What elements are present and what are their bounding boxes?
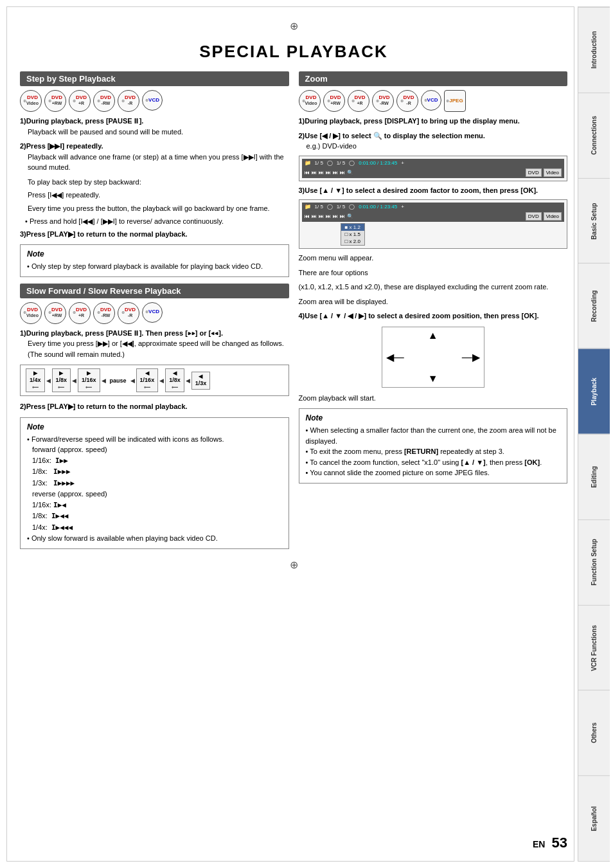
type-video: Video bbox=[544, 168, 562, 177]
arrow-5: ◀ bbox=[158, 377, 165, 384]
left-column: Step by Step Playback ⊕ DVDVideo ⊕ DVD+R… bbox=[20, 71, 289, 556]
note-title-1: Note bbox=[27, 249, 282, 258]
zoom-menu-illustration: 📁 1/ 5 ◯ 1/ 5 ◯ 0:01:00 / 1:23:45 + ⏮⏭⏭⏭… bbox=[299, 199, 568, 249]
zoom-four-options: There are four options bbox=[299, 267, 568, 278]
type-dvd-2: DVD bbox=[526, 212, 542, 221]
zoom-step3-text: 3)Use [▲ / ▼] to select a desired zoom f… bbox=[299, 185, 568, 196]
main-content: ⊕ SPECIAL PLAYBACK Step by Step Playback… bbox=[6, 6, 574, 862]
note-text-3: • When selecting a smaller factor than t… bbox=[306, 425, 561, 478]
zoom-step4-text: 4)Use [▲ / ▼ / ◀ / ▶] to select a desire… bbox=[299, 311, 568, 321]
slow-step1-text: 1)During playback, press [PAUSE⏸]. Then … bbox=[20, 328, 289, 360]
back-step-text: To play back step by step backward: bbox=[20, 177, 289, 188]
arrow-4: ◀ bbox=[129, 377, 136, 384]
note-title-3: Note bbox=[306, 413, 561, 422]
disc-dvd-minus-r-2: ⊕ DVD-R bbox=[118, 302, 139, 324]
display-icon-2: ◯ bbox=[327, 160, 333, 166]
display-counter: 0:01:00 / 1:23:45 bbox=[359, 160, 397, 166]
disc-vcd-2: ⊕ VCD bbox=[142, 302, 163, 323]
disc-dvd-minus-rw: ⊕ DVD-RW bbox=[93, 90, 115, 112]
speed-pause: pause bbox=[107, 377, 129, 384]
disc-dvd-plus-r-2: ⊕ DVD+R bbox=[69, 302, 91, 324]
sidebar-tab-others[interactable]: Others bbox=[578, 690, 610, 775]
zoom-step2-text: 2)Use [◀ / ▶] to select 🔍 to display the… bbox=[299, 131, 568, 152]
zoom-menu-appear: Zoom menu will appear. bbox=[299, 253, 568, 264]
sidebar-tab-connections[interactable]: Connections bbox=[578, 93, 610, 178]
note-text-1: • Only step by step forward playback is … bbox=[27, 261, 282, 272]
zoom-disc-icons: ⊕ DVDVideo ⊕ DVD+RW ⊕ DVD+R ⊕ DVD-RW bbox=[299, 90, 568, 112]
back-step-cmd: Press [I◀◀] repeatedly. bbox=[20, 190, 289, 201]
sidebar-tab-espanol[interactable]: Español bbox=[578, 775, 610, 861]
step1-text: 1)During playback, press [PAUSE⏸]. Playb… bbox=[20, 116, 289, 137]
disc-vcd: ⊕ VCD bbox=[142, 90, 163, 111]
zoom-step1-text: 1)During playback, press [DISPLAY] to br… bbox=[299, 116, 568, 127]
display-controls: ⏮⏭⏭⏭⏭⏭🔍 bbox=[305, 170, 353, 176]
page-number-area: EN 53 bbox=[533, 835, 567, 851]
zoom-position-diagram: ▲ ▼ ◀— —▶ bbox=[382, 327, 484, 388]
disc-dvd-minus-rw-zoom: ⊕ DVD-RW bbox=[372, 90, 394, 112]
zoom-arrow-down: ▼ bbox=[428, 373, 438, 384]
sidebar-tab-editing[interactable]: Editing bbox=[578, 434, 610, 520]
disc-jpeg-zoom: ⊕ JPEG bbox=[444, 90, 466, 112]
zoom-options-container: ■ x 1.2 □ x 1.5 □ x 2.0 bbox=[302, 223, 565, 246]
zoom-option-x15: □ x 1.5 bbox=[341, 231, 364, 238]
speed-diagram: ▶ 1/4x ⟵ ◀ ▶ 1/8x ⟵ ◀ ▶ 1/16x ⟵ bbox=[20, 365, 289, 396]
zoom-arrow-left: ◀— bbox=[386, 351, 404, 363]
note-title-2: Note bbox=[27, 422, 282, 431]
en-label: EN bbox=[533, 839, 545, 849]
sidebar-tab-vcr-functions[interactable]: VCR Functions bbox=[578, 605, 610, 691]
slow-playback-note: Note • Forward/reverse speed will be ind… bbox=[20, 417, 289, 549]
zoom-arrow-right: —▶ bbox=[462, 351, 480, 363]
display-bar-illustration: 📁 1/ 5 ◯ 1/ 5 ◯ 0:01:00 / 1:23:45 + ⏮⏭⏭⏭… bbox=[299, 156, 568, 181]
arrow-1: ◀ bbox=[45, 377, 52, 384]
zoom-option-x12: ■ x 1.2 bbox=[341, 224, 364, 231]
disc-vcd-zoom: ⊕ VCD bbox=[421, 90, 441, 111]
disc-dvd-plus-rw: ⊕ DVD+RW bbox=[44, 90, 66, 112]
speed-1-16x: ▶ 1/16x ⟵ bbox=[78, 368, 100, 392]
zoom-note: Note • When selecting a smaller factor t… bbox=[299, 408, 568, 484]
disc-dvd-minus-rw-2: ⊕ DVD-RW bbox=[93, 302, 115, 324]
disc-dvd-minus-r: ⊕ DVD-R bbox=[118, 90, 139, 112]
sidebar-tab-playback[interactable]: Playback bbox=[578, 348, 610, 434]
slow-playback-disc-icons: ⊕ DVDVideo ⊕ DVD+RW ⊕ DVD+R ⊕ DVD-RW bbox=[20, 302, 289, 324]
disc-dvd-plus-r-zoom: ⊕ DVD+R bbox=[348, 90, 369, 112]
speed-1-8x-rev: ◀ 1/8x ⟵ bbox=[165, 368, 184, 392]
disc-dvd-video-2: ⊕ DVDVideo bbox=[20, 302, 42, 324]
right-column: Zoom ⊕ DVDVideo ⊕ DVD+RW ⊕ DVD+R bbox=[299, 71, 568, 556]
zoom-option-list: ■ x 1.2 □ x 1.5 □ x 2.0 bbox=[341, 223, 365, 246]
sidebar-tab-basic-setup[interactable]: Basic Setup bbox=[578, 178, 610, 264]
display-icon-3: ◯ bbox=[349, 160, 355, 166]
zoom-area-text: Zoom area will be displayed. bbox=[299, 296, 568, 307]
speed-1-3x-rev: ◀ 1/3x bbox=[191, 372, 211, 390]
zoom-menu-counter: 0:01:00 / 1:23:45 bbox=[359, 204, 397, 210]
display-1: 1/ 5 bbox=[315, 160, 323, 166]
speed-1-8x: ▶ 1/8x ⟵ bbox=[52, 368, 71, 392]
display-icon-1: 📁 bbox=[305, 160, 311, 166]
zoom-options-text: (x1.0, x1.2, x1.5 and x2.0), these are d… bbox=[299, 282, 568, 293]
crosshair-bottom: ⊕ bbox=[20, 559, 567, 571]
page-title: SPECIAL PLAYBACK bbox=[20, 35, 567, 62]
crosshair-top: ⊕ bbox=[20, 20, 567, 32]
step-by-step-disc-icons: ⊕ DVDVideo ⊕ DVD+RW ⊕ DVD+R ⊕ DVD-RW bbox=[20, 90, 289, 112]
back-step-desc: Every time you press the button, the pla… bbox=[20, 203, 289, 214]
sidebar-tab-recording[interactable]: Recording bbox=[578, 263, 610, 348]
sidebar: Introduction Connections Basic Setup Rec… bbox=[578, 6, 610, 862]
zoom-option-x20: □ x 2.0 bbox=[341, 238, 364, 245]
disc-dvd-minus-r-zoom: ⊕ DVD-R bbox=[396, 90, 418, 112]
arrow-6: ◀ bbox=[184, 377, 191, 384]
zoom-header: Zoom bbox=[299, 71, 568, 86]
sidebar-tab-introduction[interactable]: Introduction bbox=[578, 7, 610, 93]
arrow-3: ◀ bbox=[100, 377, 107, 384]
display-icon-plus: + bbox=[401, 160, 404, 166]
step3-text: 3)Press [PLAY▶] to return to the normal … bbox=[20, 229, 289, 240]
type-video-2: Video bbox=[544, 212, 562, 221]
disc-dvd-plus-r: ⊕ DVD+R bbox=[69, 90, 91, 112]
sidebar-tab-function-setup[interactable]: Function Setup bbox=[578, 520, 610, 605]
slow-step2-text: 2)Press [PLAY▶] to return to the normal … bbox=[20, 401, 289, 412]
step2-text: 2)Press [▶▶I] repeatedly. Playback will … bbox=[20, 141, 289, 173]
display-2: 1/ 5 bbox=[337, 160, 345, 166]
disc-dvd-plus-rw-2: ⊕ DVD+RW bbox=[44, 302, 66, 324]
step-by-step-header: Step by Step Playback bbox=[20, 71, 289, 86]
display-type-badges: DVD Video bbox=[526, 168, 562, 177]
speed-1-16x-rev: ◀ 1/16x ⟵ bbox=[136, 368, 159, 392]
disc-dvd-video: ⊕ DVDVideo bbox=[20, 90, 42, 112]
